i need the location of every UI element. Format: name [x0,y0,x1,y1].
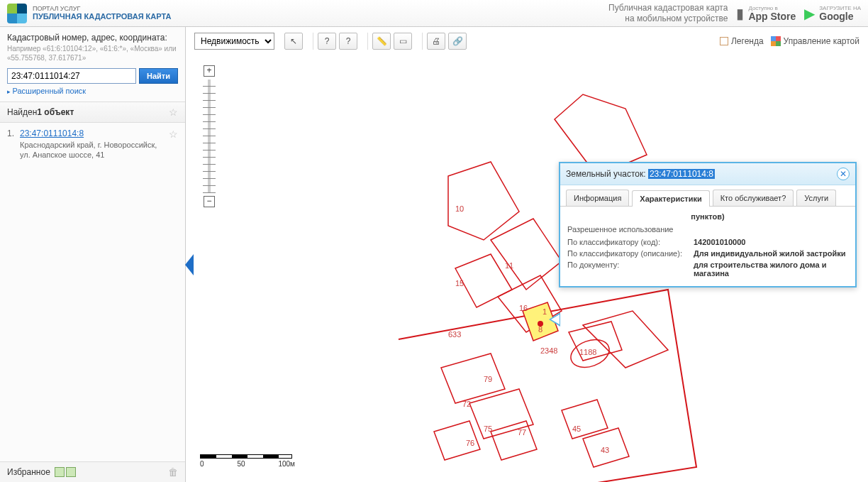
sidebar: Кадастровый номер, адрес, координата: На… [0,27,186,482]
favorites-label: Избранное [7,467,50,477]
svg-text:43: 43 [601,446,609,454]
property-row: По документу: для строительства жилого д… [567,261,848,278]
favorites-bar: Избранное 🗑 [0,461,185,482]
search-label: Кадастровый номер, адрес, координата: [7,33,178,43]
mobile-promo: Публичная кадастровая карта на мобильном… [608,3,728,23]
close-icon[interactable]: ✕ [837,168,850,180]
svg-text:79: 79 [484,375,492,383]
svg-text:45: 45 [572,425,581,433]
parcel-info-popup: Земельный участок: 23:47:0111014:8 ✕ Инф… [559,162,857,287]
svg-text:15: 15 [455,279,464,287]
export-xls-icon[interactable] [55,467,65,477]
popup-cadastral-number: 23:47:0111014:8 [648,169,715,179]
googleplay-button[interactable]: ▶ ЗАГРУЗИТЕ НА Google [804,5,861,22]
tab-characteristics[interactable]: Характеристики [632,190,709,207]
popup-title: Земельный участок: 23:47:0111014:8 [566,169,715,179]
search-input[interactable] [7,68,136,84]
result-cadastral-number[interactable]: 23:47:0111014:8 [20,128,84,138]
app-header: ПОРТАЛ УСЛУГ ПУБЛИЧНАЯ КАДАСТРОВАЯ КАРТА… [0,0,868,27]
svg-text:633: 633 [448,330,461,339]
svg-text:77: 77 [518,428,526,437]
search-button[interactable]: Найти [139,68,178,84]
property-row: По классификатору (описание): Для индиви… [567,249,848,258]
property-row: По классификатору (код): 142001010000 [567,238,848,246]
svg-text:11: 11 [505,261,513,270]
export-csv-icon[interactable] [66,467,76,477]
svg-text:10: 10 [455,204,464,213]
appstore-button[interactable]: ▮ Доступно в App Store [736,5,796,22]
popup-body[interactable]: пунктов) Разрешенное использование По кл… [560,207,855,286]
logo-icon [7,4,27,23]
logo-block: ПОРТАЛ УСЛУГ ПУБЛИЧНАЯ КАДАСТРОВАЯ КАРТА [7,4,171,23]
search-hint: Например «61:6:10104:12», «61:6:*», «Мос… [7,44,178,62]
portal-title: ПУБЛИЧНАЯ КАДАСТРОВАЯ КАРТА [33,12,171,21]
advanced-search-link[interactable]: Расширенный поиск [7,87,86,95]
svg-text:1188: 1188 [579,348,596,356]
svg-text:16: 16 [519,304,528,312]
svg-text:72: 72 [462,400,471,408]
result-address: Краснодарский край, г. Новороссийск, ул.… [20,140,163,160]
result-item[interactable]: 1. 23:47:0111014:8 Краснодарский край, г… [0,123,185,166]
svg-text:1: 1 [542,307,547,316]
portal-small: ПОРТАЛ УСЛУГ [33,5,171,13]
tab-services[interactable]: Кто обслуживает? [713,190,794,206]
star-icon[interactable]: ☆ [169,106,178,118]
trash-icon[interactable]: 🗑 [168,466,178,478]
svg-text:2348: 2348 [540,346,557,355]
svg-text:76: 76 [466,439,474,447]
svg-text:75: 75 [484,425,492,433]
tab-uslugi[interactable]: Услуги [796,190,836,206]
results-header: Найден 1 объект ☆ [0,102,185,123]
star-icon[interactable]: ☆ [169,128,178,160]
tab-info[interactable]: Информация [566,190,629,206]
popup-tabs: Информация Характеристики Кто обслуживае… [560,185,855,207]
popup-tail [549,312,560,327]
map-viewport[interactable]: Недвижимость ↖ ? ? 📏 ▭ 🖨 🔗 Легенда [186,27,868,482]
section-title: Разрешенное использование [567,225,848,234]
play-icon: ▶ [804,5,815,22]
svg-text:8: 8 [538,325,542,334]
phone-icon: ▮ [736,5,744,22]
